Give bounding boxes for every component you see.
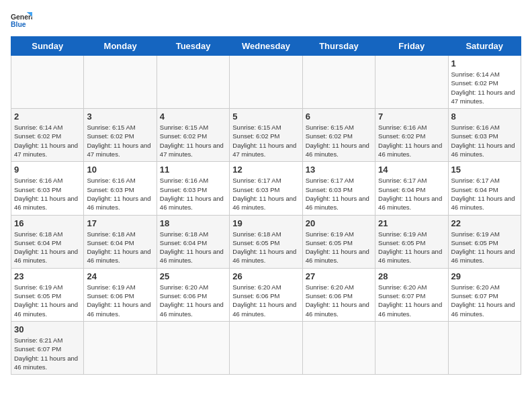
calendar-cell: 2Sunrise: 6:14 AM Sunset: 6:02 PM Daylig… (11, 109, 84, 162)
calendar-cell (375, 56, 448, 109)
day-info: Sunrise: 6:17 AM Sunset: 6:04 PM Dayligh… (378, 176, 445, 212)
calendar-cell: 14Sunrise: 6:17 AM Sunset: 6:04 PM Dayli… (375, 162, 448, 215)
calendar-cell: 24Sunrise: 6:19 AM Sunset: 6:06 PM Dayli… (84, 268, 157, 321)
calendar-cell: 15Sunrise: 6:17 AM Sunset: 6:04 PM Dayli… (448, 162, 521, 215)
day-info: Sunrise: 6:16 AM Sunset: 6:03 PM Dayligh… (160, 176, 226, 212)
calendar-cell: 11Sunrise: 6:16 AM Sunset: 6:03 PM Dayli… (157, 162, 229, 215)
day-number: 23 (14, 271, 81, 281)
day-number: 26 (232, 271, 299, 281)
day-info: Sunrise: 6:17 AM Sunset: 6:03 PM Dayligh… (306, 176, 372, 212)
day-number: 9 (14, 165, 81, 175)
day-number: 27 (306, 271, 372, 281)
calendar-cell: 4Sunrise: 6:15 AM Sunset: 6:02 PM Daylig… (157, 109, 229, 162)
day-info: Sunrise: 6:16 AM Sunset: 6:03 PM Dayligh… (87, 176, 153, 212)
calendar-cell: 7Sunrise: 6:16 AM Sunset: 6:02 PM Daylig… (375, 109, 448, 162)
day-info: Sunrise: 6:19 AM Sunset: 6:05 PM Dayligh… (451, 230, 518, 265)
calendar-cell: 26Sunrise: 6:20 AM Sunset: 6:06 PM Dayli… (230, 268, 302, 321)
calendar-week-row: 1Sunrise: 6:14 AM Sunset: 6:02 PM Daylig… (11, 56, 521, 109)
calendar-cell: 16Sunrise: 6:18 AM Sunset: 6:04 PM Dayli… (11, 215, 84, 268)
day-info: Sunrise: 6:17 AM Sunset: 6:04 PM Dayligh… (451, 176, 518, 212)
calendar-cell: 22Sunrise: 6:19 AM Sunset: 6:05 PM Dayli… (448, 215, 521, 268)
calendar-cell: 25Sunrise: 6:20 AM Sunset: 6:06 PM Dayli… (157, 268, 229, 321)
calendar-week-row: 16Sunrise: 6:18 AM Sunset: 6:04 PM Dayli… (11, 215, 521, 268)
svg-text:General: General (11, 13, 32, 21)
day-number: 21 (378, 218, 445, 228)
calendar-cell: 20Sunrise: 6:19 AM Sunset: 6:05 PM Dayli… (302, 215, 375, 268)
day-info: Sunrise: 6:15 AM Sunset: 6:02 PM Dayligh… (160, 123, 226, 158)
calendar-cell (84, 56, 157, 109)
day-info: Sunrise: 6:17 AM Sunset: 6:03 PM Dayligh… (232, 176, 299, 212)
day-number: 3 (87, 111, 153, 122)
weekday-header-monday: Monday (84, 37, 157, 56)
calendar-cell: 10Sunrise: 6:16 AM Sunset: 6:03 PM Dayli… (84, 162, 157, 215)
day-info: Sunrise: 6:20 AM Sunset: 6:07 PM Dayligh… (378, 283, 445, 318)
day-info: Sunrise: 6:18 AM Sunset: 6:04 PM Dayligh… (160, 230, 226, 265)
day-number: 12 (232, 165, 299, 175)
weekday-header-sunday: Sunday (11, 37, 84, 56)
day-info: Sunrise: 6:14 AM Sunset: 6:02 PM Dayligh… (451, 70, 518, 105)
calendar-cell: 21Sunrise: 6:19 AM Sunset: 6:05 PM Dayli… (375, 215, 448, 268)
logo: General Blue (11, 11, 32, 30)
day-info: Sunrise: 6:18 AM Sunset: 6:04 PM Dayligh… (14, 230, 81, 265)
day-number: 30 (14, 324, 81, 334)
day-number: 16 (14, 218, 81, 228)
day-number: 19 (232, 218, 299, 228)
calendar-table: SundayMondayTuesdayWednesdayThursdayFrid… (11, 36, 521, 375)
calendar-cell: 28Sunrise: 6:20 AM Sunset: 6:07 PM Dayli… (375, 268, 448, 321)
calendar-week-row: 9Sunrise: 6:16 AM Sunset: 6:03 PM Daylig… (11, 162, 521, 215)
calendar-cell (302, 56, 375, 109)
calendar-cell: 23Sunrise: 6:19 AM Sunset: 6:05 PM Dayli… (11, 268, 84, 321)
calendar-cell (230, 321, 302, 374)
day-number: 10 (87, 165, 153, 175)
calendar-cell: 8Sunrise: 6:16 AM Sunset: 6:03 PM Daylig… (448, 109, 521, 162)
day-info: Sunrise: 6:19 AM Sunset: 6:05 PM Dayligh… (378, 230, 445, 265)
day-info: Sunrise: 6:20 AM Sunset: 6:06 PM Dayligh… (232, 283, 299, 318)
calendar-cell (448, 321, 521, 374)
svg-text:Blue: Blue (11, 21, 26, 28)
day-number: 29 (451, 271, 518, 281)
calendar-cell (84, 321, 157, 374)
weekday-header-row: SundayMondayTuesdayWednesdayThursdayFrid… (11, 37, 521, 56)
day-info: Sunrise: 6:19 AM Sunset: 6:06 PM Dayligh… (87, 283, 153, 318)
calendar-cell: 13Sunrise: 6:17 AM Sunset: 6:03 PM Dayli… (302, 162, 375, 215)
day-number: 18 (160, 218, 226, 228)
day-info: Sunrise: 6:18 AM Sunset: 6:05 PM Dayligh… (232, 230, 299, 265)
calendar-cell (157, 321, 229, 374)
calendar-cell (11, 56, 84, 109)
calendar-cell: 3Sunrise: 6:15 AM Sunset: 6:02 PM Daylig… (84, 109, 157, 162)
day-info: Sunrise: 6:19 AM Sunset: 6:05 PM Dayligh… (306, 230, 372, 265)
calendar-cell (230, 56, 302, 109)
calendar-week-row: 23Sunrise: 6:19 AM Sunset: 6:05 PM Dayli… (11, 268, 521, 321)
day-info: Sunrise: 6:16 AM Sunset: 6:03 PM Dayligh… (14, 176, 81, 212)
calendar-cell: 29Sunrise: 6:20 AM Sunset: 6:07 PM Dayli… (448, 268, 521, 321)
day-info: Sunrise: 6:14 AM Sunset: 6:02 PM Dayligh… (14, 123, 81, 158)
calendar-cell: 5Sunrise: 6:15 AM Sunset: 6:02 PM Daylig… (230, 109, 302, 162)
calendar-week-row: 30Sunrise: 6:21 AM Sunset: 6:07 PM Dayli… (11, 321, 521, 374)
day-number: 15 (451, 165, 518, 175)
day-info: Sunrise: 6:15 AM Sunset: 6:02 PM Dayligh… (232, 123, 299, 158)
weekday-header-thursday: Thursday (302, 37, 375, 56)
calendar-header: SundayMondayTuesdayWednesdayThursdayFrid… (11, 37, 521, 56)
day-number: 1 (451, 58, 518, 68)
calendar-cell: 17Sunrise: 6:18 AM Sunset: 6:04 PM Dayli… (84, 215, 157, 268)
day-number: 5 (232, 111, 299, 122)
calendar-cell (302, 321, 375, 374)
calendar-cell (375, 321, 448, 374)
day-number: 24 (87, 271, 153, 281)
day-number: 6 (306, 111, 372, 122)
day-number: 8 (451, 111, 518, 122)
calendar-body: 1Sunrise: 6:14 AM Sunset: 6:02 PM Daylig… (11, 56, 521, 375)
calendar-cell: 9Sunrise: 6:16 AM Sunset: 6:03 PM Daylig… (11, 162, 84, 215)
day-number: 14 (378, 165, 445, 175)
day-number: 11 (160, 165, 226, 175)
day-number: 4 (160, 111, 226, 122)
weekday-header-saturday: Saturday (448, 37, 521, 56)
day-number: 28 (378, 271, 445, 281)
weekday-header-wednesday: Wednesday (230, 37, 302, 56)
day-number: 17 (87, 218, 153, 228)
day-number: 25 (160, 271, 226, 281)
calendar-cell: 19Sunrise: 6:18 AM Sunset: 6:05 PM Dayli… (230, 215, 302, 268)
day-info: Sunrise: 6:20 AM Sunset: 6:06 PM Dayligh… (160, 283, 226, 318)
day-number: 2 (14, 111, 81, 122)
day-info: Sunrise: 6:18 AM Sunset: 6:04 PM Dayligh… (87, 230, 153, 265)
